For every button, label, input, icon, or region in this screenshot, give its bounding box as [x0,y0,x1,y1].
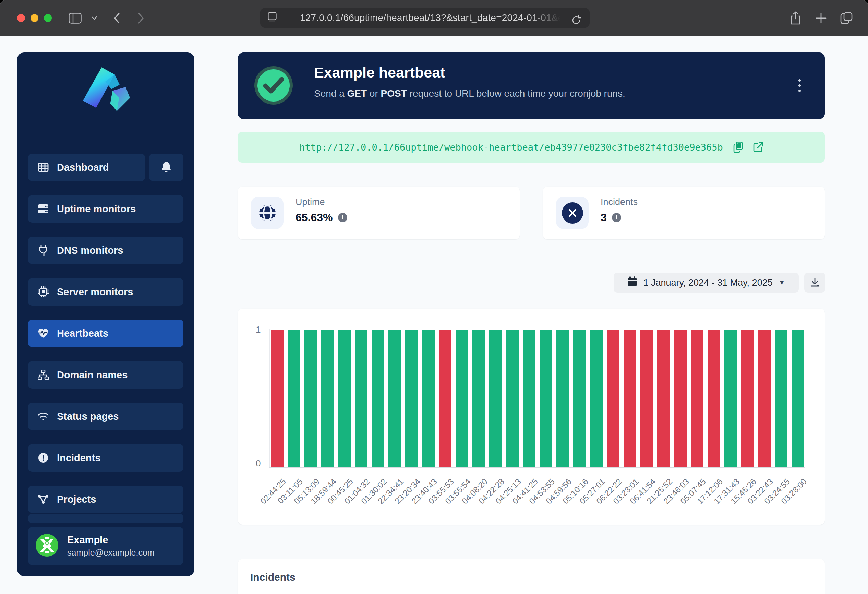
sidebar-item-incidents[interactable]: Incidents [28,444,183,471]
forward-button[interactable] [133,10,149,26]
reader-page-icon [268,12,277,24]
user-name: Example [67,534,155,546]
grid-icon [38,162,49,173]
sidebar-item-projects[interactable]: Projects [28,486,183,513]
page-subtitle: Send a GET or POST request to URL below … [314,88,625,99]
heartbeat-bar-up[interactable] [338,330,351,467]
download-button[interactable] [804,273,825,293]
incidents-section-title: Incidents [250,571,295,583]
uptime-stat-card: Uptime 65.63% i [238,186,520,239]
heartbeat-bar-up[interactable] [590,330,603,467]
sidebar-item-uptime-monitors[interactable]: Uptime monitors [28,195,183,223]
url-text: 127.0.0.1/66uptime/heartbeat/13?&start_d… [300,12,561,23]
heartbeat-header-card: Example heartbeat Send a GET or POST req… [238,52,825,119]
heartbeat-bar-down[interactable] [439,330,452,467]
heartbeat-bar-up[interactable] [540,330,552,467]
heartbeat-bar-up[interactable] [321,330,334,467]
incidents-section: Incidents [238,559,825,594]
back-button[interactable] [109,10,125,26]
sidebar-item-status-pages[interactable]: Status pages [28,403,183,430]
plug-icon [38,245,49,256]
sidebar-item-label: Dashboard [57,162,109,173]
heartbeat-bar-down[interactable] [624,330,636,467]
uptime-label: Uptime [295,197,325,207]
heartbeat-bar-down[interactable] [674,330,686,467]
heart-pulse-icon [38,328,49,339]
sitemap-icon [38,369,49,380]
heartbeat-bar-up[interactable] [372,330,384,467]
globe-icon [251,197,283,229]
share-icon[interactable] [788,10,803,26]
y-axis-tick-0: 0 [256,458,261,469]
heartbeat-bar-up[interactable] [489,330,502,467]
heartbeat-bar-down[interactable] [271,330,283,467]
heartbeat-bar-up[interactable] [388,330,401,467]
sidebar-item-heartbeats[interactable]: Heartbeats [28,320,183,347]
heartbeat-bar-up[interactable] [775,330,787,467]
sidebar-item-label: Status pages [57,411,119,422]
kebab-menu-button[interactable] [793,75,806,96]
sidebar-item-label: DNS monitors [57,245,123,256]
x-circle-icon [556,197,589,229]
reload-icon[interactable] [568,12,584,28]
tab-overview-icon[interactable] [838,10,854,26]
incidents-label: Incidents [601,197,638,207]
close-window-button[interactable] [17,14,25,22]
heartbeat-bar-up[interactable] [573,330,586,467]
info-icon[interactable]: i [338,213,347,222]
chevron-down-icon[interactable] [86,10,102,26]
sidebar-toggle-icon[interactable] [67,10,83,26]
heartbeat-bar-up[interactable] [288,330,300,467]
heartbeat-bar-up[interactable] [304,330,317,467]
sidebar-item-domain-names[interactable]: Domain names [28,361,183,389]
info-icon[interactable]: i [612,213,621,222]
heartbeat-bar-down[interactable] [741,330,754,467]
user-menu[interactable]: Example sample@example.com [28,527,183,565]
share-nodes-icon [38,494,49,505]
heartbeat-bar-up[interactable] [557,330,569,467]
browser-toolbar: 127.0.0.1/66uptime/heartbeat/13?&start_d… [0,0,868,36]
heartbeat-bar-down[interactable] [641,330,653,467]
heartbeat-bar-up[interactable] [506,330,519,467]
heartbeat-bar-up[interactable] [523,330,536,467]
sidebar-item-label: Projects [57,494,96,505]
heartbeat-bar-up[interactable] [422,330,435,467]
notifications-bell-button[interactable] [149,154,183,181]
copy-icon[interactable] [733,142,743,153]
minimize-window-button[interactable] [31,14,38,22]
heartbeat-bar-up[interactable] [456,330,468,467]
heartbeat-bar-up[interactable] [472,330,485,467]
heartbeat-bar-up[interactable] [405,330,418,467]
heartbeat-bar-up[interactable] [724,330,737,467]
caret-down-icon: ▼ [779,279,785,287]
heartbeat-bar-down[interactable] [758,330,771,467]
heartbeat-bar-up[interactable] [791,330,804,467]
sidebar: DashboardUptime monitorsDNS monitorsServ… [17,52,194,576]
heartbeat-bar-down[interactable] [691,330,703,467]
x-axis-line [269,467,805,468]
status-up-check-icon [254,66,293,105]
heartbeat-bar-down[interactable] [657,330,670,467]
address-bar[interactable]: 127.0.0.1/66uptime/heartbeat/13?&start_d… [260,8,590,28]
external-link-icon[interactable] [753,142,763,152]
heartbeat-bar-down[interactable] [607,330,620,467]
heartbeat-bar-down[interactable] [707,330,720,467]
sidebar-item-dns-monitors[interactable]: DNS monitors [28,236,183,264]
chart-bars [271,330,804,467]
sidebar-item-dashboard[interactable]: Dashboard [28,154,145,181]
browser-window: 127.0.0.1/66uptime/heartbeat/13?&start_d… [0,0,868,594]
heartbeat-bar-up[interactable] [355,330,368,467]
avatar [35,534,58,558]
zoom-window-button[interactable] [44,14,52,22]
date-range-picker[interactable]: 1 January, 2024 - 31 May, 2025 ▼ [614,273,799,293]
calendar-icon [627,276,637,289]
sidebar-item-label: Uptime monitors [57,203,136,215]
alert-circle-icon [38,452,49,463]
sidebar-item-label: Incidents [57,452,100,464]
new-tab-icon[interactable] [813,10,829,26]
server-icon [38,203,49,214]
incidents-stat-card: Incidents 3 i [543,186,825,239]
bell-icon [161,162,172,173]
sidebar-item-server-monitors[interactable]: Server monitors [28,278,183,306]
heartbeat-history-chart: 1 0 02:44:2503:11:0505:13:0918:59:4400:4… [238,309,825,525]
